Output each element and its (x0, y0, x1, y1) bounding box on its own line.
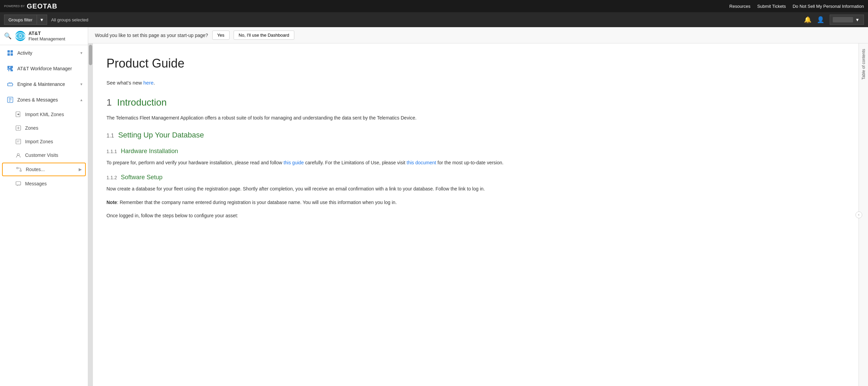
sidebar-item-activity[interactable]: Activity ▾ (0, 45, 88, 61)
section-112-body: Now create a database for your fleet usi… (106, 185, 845, 193)
submit-tickets-link[interactable]: Submit Tickets (757, 4, 786, 9)
engine-chevron-icon: ▾ (80, 82, 82, 87)
engine-label: Engine & Maintenance (17, 81, 77, 87)
svg-rect-22 (16, 182, 21, 185)
user-account-icon[interactable]: 👤 (817, 16, 824, 23)
sidebar-item-zones[interactable]: Zones & Messages ▴ (0, 92, 88, 108)
routes-icon (16, 166, 22, 173)
user-chevron-icon: ▼ (855, 17, 860, 22)
customer-visits-label: Customer Visits (25, 152, 82, 158)
geotab-logo: POWERED BY GEOTAB (4, 2, 57, 10)
this-document-link[interactable]: this document (407, 160, 436, 165)
section-111-num: 1.1.1 (106, 149, 117, 154)
section-1-num: 1 (106, 97, 112, 108)
content-area: Would you like to set this page as your … (88, 27, 868, 386)
svg-rect-9 (8, 83, 13, 86)
sidebar-item-routes[interactable]: Routes... ▶ (2, 163, 86, 176)
section-112-num: 1.1.2 (106, 175, 117, 180)
section-1-heading: 1 Introduction (106, 95, 845, 110)
sidebar-item-att-workforce[interactable]: AT&T Workforce Manager (0, 61, 88, 76)
section-1-body: The Telematics Fleet Management Applicat… (106, 114, 845, 122)
messages-label: Messages (25, 181, 82, 186)
sidebar-item-customer-visits[interactable]: Customer Visits (0, 148, 88, 162)
resources-link[interactable]: Resources (729, 4, 750, 9)
do-not-sell-link[interactable]: Do Not Sell My Personal Information (793, 4, 864, 9)
geotab-brand: GEOTAB (27, 2, 57, 10)
startup-banner: Would you like to set this page as your … (88, 27, 868, 43)
svg-rect-10 (9, 82, 10, 84)
activity-label: Activity (17, 50, 77, 56)
sidebar-item-zones-sub[interactable]: Zones (0, 121, 88, 135)
svg-point-19 (17, 153, 19, 155)
zones-label: Zones & Messages (17, 97, 77, 103)
svg-rect-21 (20, 170, 21, 171)
activity-chevron-icon: ▾ (80, 51, 82, 55)
groups-filter-button[interactable]: Groups filter (4, 15, 37, 25)
subtitle-text: See what's new (106, 80, 143, 86)
toc-collapse-button[interactable]: ‹ (855, 212, 862, 218)
top-bar-left: POWERED BY GEOTAB (4, 2, 57, 10)
this-guide-link[interactable]: this guide (283, 160, 304, 165)
import-kml-label: Import KML Zones (25, 112, 82, 117)
sidebar-item-import-kml[interactable]: Import KML Zones (0, 108, 88, 121)
startup-yes-button[interactable]: Yes (212, 31, 230, 40)
powered-by-text: POWERED BY (4, 5, 25, 8)
zones-sub-icon (15, 125, 22, 131)
groups-filter-dropdown[interactable]: ▼ (37, 15, 47, 25)
doc-content: Product Guide See what's new here. 1 Int… (93, 43, 859, 386)
here-link[interactable]: here (143, 80, 154, 86)
chevron-down-icon: ▼ (40, 17, 44, 22)
svg-rect-5 (7, 50, 10, 53)
startup-no-button[interactable]: No, I'll use the Dashboard (234, 31, 294, 40)
subtitle-period: . (154, 80, 155, 86)
doc-title: Product Guide (106, 54, 845, 73)
section-once-logged: Once logged in, follow the steps below t… (106, 212, 845, 220)
scrollbar-track[interactable] (88, 43, 93, 386)
user-dropdown[interactable]: ▼ (830, 15, 864, 25)
top-bar-nav: Resources Submit Tickets Do Not Sell My … (729, 4, 864, 9)
svg-rect-11 (11, 82, 12, 84)
main-layout: 🔍 AT&T Fleet Management (0, 27, 868, 386)
section-11-title: Setting Up Your Database (118, 131, 204, 139)
sidebar-header: 🔍 AT&T Fleet Management (0, 27, 88, 45)
brand-name-text: AT&T Fleet Management (28, 31, 65, 41)
att-brand: AT&T Fleet Management (15, 31, 65, 41)
svg-rect-8 (11, 53, 13, 56)
svg-rect-18 (16, 139, 21, 144)
toc-panel: ‹ Table of contents (859, 43, 868, 386)
section-111-body: To prepare for, perform and verify your … (106, 159, 845, 167)
customer-visits-icon (15, 152, 22, 159)
note-label: Note (106, 200, 117, 205)
section-112-heading: 1.1.2 Software Setup (106, 172, 845, 182)
doc-wrapper: Product Guide See what's new here. 1 Int… (88, 43, 868, 386)
att-logo-icon (15, 31, 26, 41)
messages-icon (15, 180, 22, 187)
section-11-num: 1.1 (106, 133, 114, 139)
user-name (833, 17, 853, 22)
sidebar: 🔍 AT&T Fleet Management (0, 27, 88, 386)
notification-bell-icon[interactable]: 🔔 (804, 16, 811, 23)
section-111-title: Hardware Installation (121, 148, 178, 154)
section-note: Note: Remember that the company name ent… (106, 199, 845, 207)
toc-label[interactable]: Table of contents (861, 49, 866, 80)
startup-question: Would you like to set this page as your … (95, 33, 208, 38)
routes-arrow-icon: ▶ (79, 167, 82, 172)
groups-filter-label: Groups filter (8, 17, 33, 22)
scrollbar-thumb[interactable] (89, 45, 92, 65)
groups-selected-text: All groups selected (51, 17, 88, 22)
import-kml-icon (15, 111, 22, 118)
search-icon[interactable]: 🔍 (4, 32, 12, 40)
sidebar-item-messages[interactable]: Messages (0, 177, 88, 190)
groups-bar: Groups filter ▼ All groups selected 🔔 👤 … (0, 12, 868, 27)
note-text: : Remember that the company name entered… (117, 200, 397, 205)
att-workforce-label: AT&T Workforce Manager (17, 66, 82, 71)
zones-sub-label: Zones (25, 125, 82, 131)
section-111-heading: 1.1.1 Hardware Installation (106, 146, 845, 156)
sidebar-item-import-zones[interactable]: Import Zones (0, 135, 88, 148)
engine-icon (6, 80, 14, 88)
zones-icon (6, 96, 14, 104)
sidebar-item-engine[interactable]: Engine & Maintenance ▾ (0, 76, 88, 92)
groups-bar-right: 🔔 👤 ▼ (804, 15, 864, 25)
zones-chevron-icon: ▴ (80, 97, 82, 102)
section-1-title: Introduction (117, 97, 166, 108)
